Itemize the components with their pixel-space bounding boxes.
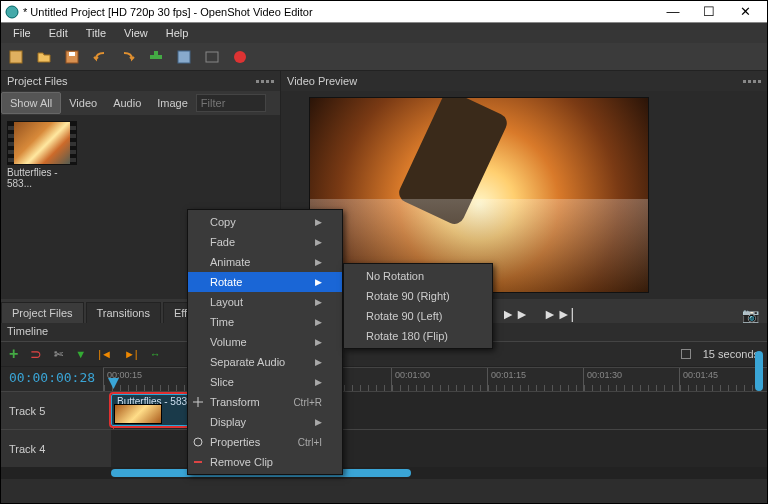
ctx-transform[interactable]: TransformCtrl+R bbox=[188, 392, 342, 412]
track-label[interactable]: Track 4 bbox=[1, 430, 111, 467]
svg-point-9 bbox=[194, 438, 202, 446]
panel-dock-icon[interactable] bbox=[743, 80, 761, 83]
menu-edit[interactable]: Edit bbox=[41, 25, 76, 41]
ctx-layout[interactable]: Layout▶ bbox=[188, 292, 342, 312]
panel-dock-icon[interactable] bbox=[256, 80, 274, 83]
zoom-label: 15 seconds bbox=[703, 348, 759, 360]
ctx-animate[interactable]: Animate▶ bbox=[188, 252, 342, 272]
menu-file[interactable]: File bbox=[5, 25, 39, 41]
ctx-rotate[interactable]: Rotate▶ bbox=[188, 272, 342, 292]
svg-rect-1 bbox=[10, 51, 22, 63]
project-item-label: Butterflies - 583... bbox=[7, 167, 77, 189]
timeline-scrollbar-v[interactable] bbox=[755, 351, 765, 451]
svg-rect-6 bbox=[178, 51, 190, 63]
remove-icon bbox=[192, 456, 204, 468]
video-preview-title: Video Preview bbox=[287, 75, 357, 87]
titlebar: * Untitled Project [HD 720p 30 fps] - Op… bbox=[1, 1, 767, 23]
zoom-slider[interactable] bbox=[681, 349, 691, 359]
next-marker-icon[interactable]: ►| bbox=[124, 348, 138, 360]
center-playhead-icon[interactable]: ↔ bbox=[150, 348, 161, 360]
open-project-icon[interactable] bbox=[35, 48, 53, 66]
razor-icon[interactable]: ✄ bbox=[54, 348, 63, 361]
filter-audio[interactable]: Audio bbox=[105, 93, 149, 113]
tick-label: 00:01:45 bbox=[683, 370, 718, 380]
marker-icon[interactable]: ▼ bbox=[75, 348, 86, 360]
tab-transitions[interactable]: Transitions bbox=[86, 302, 161, 323]
jump-end-icon[interactable]: ►►| bbox=[543, 306, 574, 322]
ctx-time[interactable]: Time▶ bbox=[188, 312, 342, 332]
context-menu: Copy▶ Fade▶ Animate▶ Rotate▶ Layout▶ Tim… bbox=[187, 209, 343, 475]
svg-point-0 bbox=[6, 6, 18, 18]
menu-title[interactable]: Title bbox=[78, 25, 114, 41]
svg-rect-10 bbox=[194, 461, 202, 463]
svg-rect-5 bbox=[150, 55, 162, 59]
track-row: Track 4 bbox=[1, 429, 767, 467]
menu-help[interactable]: Help bbox=[158, 25, 197, 41]
tick-label: 00:01:00 bbox=[395, 370, 430, 380]
save-project-icon[interactable] bbox=[63, 48, 81, 66]
current-time: 00:00:00:28 bbox=[1, 367, 103, 391]
tick-label: 00:01:30 bbox=[587, 370, 622, 380]
ctx-remove-clip[interactable]: Remove Clip bbox=[188, 452, 342, 472]
import-icon[interactable] bbox=[147, 48, 165, 66]
ctx-no-rotation[interactable]: No Rotation bbox=[344, 266, 492, 286]
window-title: * Untitled Project [HD 720p 30 fps] - Op… bbox=[23, 6, 655, 18]
forward-icon[interactable]: ►► bbox=[501, 306, 529, 322]
ctx-separate-audio[interactable]: Separate Audio▶ bbox=[188, 352, 342, 372]
add-track-icon[interactable]: + bbox=[9, 345, 18, 363]
rotate-submenu: No Rotation Rotate 90 (Right) Rotate 90 … bbox=[343, 263, 493, 349]
svg-point-8 bbox=[234, 51, 246, 63]
ctx-rotate-90-right[interactable]: Rotate 90 (Right) bbox=[344, 286, 492, 306]
filter-input[interactable] bbox=[196, 94, 266, 112]
app-icon bbox=[5, 5, 19, 19]
menu-view[interactable]: View bbox=[116, 25, 156, 41]
fullscreen-icon[interactable] bbox=[203, 48, 221, 66]
undo-icon[interactable] bbox=[91, 48, 109, 66]
filter-video[interactable]: Video bbox=[61, 93, 105, 113]
svg-rect-3 bbox=[69, 52, 75, 56]
new-project-icon[interactable] bbox=[7, 48, 25, 66]
gear-icon bbox=[192, 436, 204, 448]
project-files-title: Project Files bbox=[7, 75, 68, 87]
ctx-display[interactable]: Display▶ bbox=[188, 412, 342, 432]
svg-rect-7 bbox=[206, 52, 218, 62]
close-button[interactable]: ✕ bbox=[727, 2, 763, 22]
track-label[interactable]: Track 5 bbox=[1, 392, 111, 429]
ctx-rotate-90-left[interactable]: Rotate 90 (Left) bbox=[344, 306, 492, 326]
project-item-thumbnail bbox=[7, 121, 77, 165]
ctx-volume[interactable]: Volume▶ bbox=[188, 332, 342, 352]
redo-icon[interactable] bbox=[119, 48, 137, 66]
filter-showall[interactable]: Show All bbox=[1, 92, 61, 114]
ctx-slice[interactable]: Slice▶ bbox=[188, 372, 342, 392]
ctx-copy[interactable]: Copy▶ bbox=[188, 212, 342, 232]
maximize-button[interactable]: ☐ bbox=[691, 2, 727, 22]
filter-image[interactable]: Image bbox=[149, 93, 196, 113]
project-item[interactable]: Butterflies - 583... bbox=[7, 121, 77, 189]
tick-label: 00:01:15 bbox=[491, 370, 526, 380]
transform-icon bbox=[192, 396, 204, 408]
export-icon[interactable] bbox=[231, 48, 249, 66]
ctx-properties[interactable]: PropertiesCtrl+I bbox=[188, 432, 342, 452]
tab-project-files[interactable]: Project Files bbox=[1, 302, 84, 323]
main-toolbar bbox=[1, 43, 767, 71]
ctx-fade[interactable]: Fade▶ bbox=[188, 232, 342, 252]
snapshot-icon[interactable]: 📷 bbox=[742, 307, 759, 323]
snap-icon[interactable]: ⊃ bbox=[30, 346, 42, 362]
timeline-scrollbar-h[interactable] bbox=[1, 467, 767, 479]
track-row: Track 5 Butterflies - 583... bbox=[1, 391, 767, 429]
menubar: File Edit Title View Help bbox=[1, 23, 767, 43]
minimize-button[interactable]: — bbox=[655, 2, 691, 22]
prev-marker-icon[interactable]: |◄ bbox=[98, 348, 112, 360]
ctx-rotate-180[interactable]: Rotate 180 (Flip) bbox=[344, 326, 492, 346]
profile-icon[interactable] bbox=[175, 48, 193, 66]
clip-thumbnail bbox=[114, 404, 162, 424]
